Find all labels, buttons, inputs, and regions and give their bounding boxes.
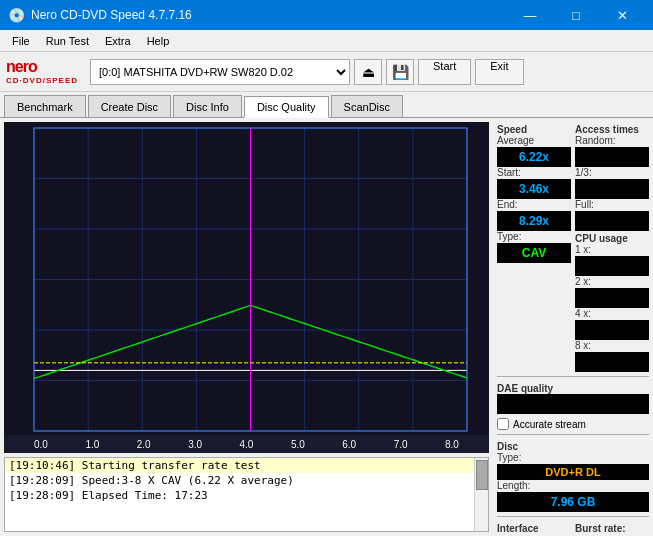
accurate-stream-checkbox[interactable] (497, 418, 509, 430)
cpu-4x-value (575, 320, 649, 340)
x-label-2: 2.0 (137, 439, 151, 450)
x-label-5: 5.0 (291, 439, 305, 450)
chart-canvas-container: 20 X 16 X 12 X 8 X 4 X 28 24 20 16 12 8 … (4, 122, 489, 435)
maximize-button[interactable]: □ (553, 0, 599, 30)
burst-rate-block: Burst rate: (575, 521, 649, 534)
right-panel: Speed Average 6.22x Start: 3.46x End: 8.… (493, 118, 653, 536)
x-axis: 0.0 1.0 2.0 3.0 4.0 5.0 6.0 7.0 8.0 (4, 435, 489, 453)
dae-quality-header: DAE quality (497, 383, 649, 394)
cpu-1x-label: 1 x: (575, 244, 591, 255)
main-content: 20 X 16 X 12 X 8 X 4 X 28 24 20 16 12 8 … (0, 118, 653, 536)
disc-section: Disc Type: DVD+R DL Length: 7.96 GB (497, 439, 649, 512)
x-label-3: 3.0 (188, 439, 202, 450)
eject-icon-button[interactable]: ⏏ (354, 59, 382, 85)
x-label-8: 8.0 (445, 439, 459, 450)
interface-section: Interface Burst rate: (497, 521, 649, 534)
interface-block: Interface (497, 521, 571, 534)
cpu-2x-label: 2 x: (575, 276, 649, 287)
menu-run-test[interactable]: Run Test (38, 33, 97, 49)
nero-logo: nero CD·DVD/SPEED (6, 58, 78, 85)
divider-1 (497, 376, 649, 377)
menu-bar: File Run Test Extra Help (0, 30, 653, 52)
log-line-1: [19:28:09] Speed:3-8 X CAV (6.22 X avera… (5, 473, 488, 488)
tab-disc-quality[interactable]: Disc Quality (244, 96, 329, 118)
disc-length-value: 7.96 GB (497, 492, 649, 512)
accurate-stream-row: Accurate stream (497, 418, 649, 430)
speed-average-label: Average (497, 135, 571, 146)
full-label: Full: (575, 199, 649, 210)
log-scrollbar[interactable] (474, 458, 488, 531)
minimize-button[interactable]: — (507, 0, 553, 30)
log-scrollbar-thumb[interactable] (476, 460, 488, 490)
disc-type-value: DVD+R DL (497, 464, 649, 480)
cpu-1x-value (575, 256, 649, 276)
x-label-1: 1.0 (85, 439, 99, 450)
log-panel: [19:10:46] Starting transfer rate test [… (4, 457, 489, 532)
cpu-1x-row: 1 x: (575, 244, 649, 256)
x-label-6: 6.0 (342, 439, 356, 450)
disc-header: Disc (497, 441, 649, 452)
x-label-7: 7.0 (394, 439, 408, 450)
x-label-0: 0.0 (34, 439, 48, 450)
cpu-header: CPU usage (575, 233, 649, 244)
menu-help[interactable]: Help (139, 33, 178, 49)
chart-area: 20 X 16 X 12 X 8 X 4 X 28 24 20 16 12 8 … (4, 122, 489, 453)
dae-quality-value (497, 394, 649, 414)
dae-quality-block: DAE quality (497, 381, 649, 414)
speed-block: Speed Average 6.22x Start: 3.46x End: 8.… (497, 122, 571, 372)
nero-logo-text: nero (6, 58, 78, 76)
cpu-8x-label: 8 x: (575, 340, 649, 351)
app-title: Nero CD-DVD Speed 4.7.7.16 (31, 8, 507, 22)
disc-type-label: Type: (497, 452, 649, 463)
one-third-label: 1/3: (575, 167, 649, 178)
log-line-2: [19:28:09] Elapsed Time: 17:23 (5, 488, 488, 503)
cpu-4x-label: 4 x: (575, 308, 649, 319)
disc-length-label: Length: (497, 480, 649, 491)
drive-select[interactable]: [0:0] MATSHITA DVD+RW SW820 D.02 (90, 59, 350, 85)
x-label-4: 4.0 (240, 439, 254, 450)
access-times-header: Access times (575, 124, 649, 135)
speed-start-value: 3.46x (497, 179, 571, 199)
interface-header: Interface (497, 523, 571, 534)
burst-rate-label: Burst rate: (575, 523, 649, 534)
tab-disc-info[interactable]: Disc Info (173, 95, 242, 117)
start-button[interactable]: Start (418, 59, 471, 85)
cpu-2x-value (575, 288, 649, 308)
close-button[interactable]: ✕ (599, 0, 645, 30)
speed-type-label: Type: (497, 231, 571, 242)
speed-average-value: 6.22x (497, 147, 571, 167)
speed-end-label: End: (497, 199, 571, 210)
title-bar: 💿 Nero CD-DVD Speed 4.7.7.16 — □ ✕ (0, 0, 653, 30)
speed-header: Speed (497, 124, 571, 135)
tab-create-disc[interactable]: Create Disc (88, 95, 171, 117)
benchmark-chart (4, 122, 489, 435)
access-times-block: Access times Random: 1/3: Full: CPU usag… (575, 122, 649, 372)
random-value (575, 147, 649, 167)
tab-benchmark[interactable]: Benchmark (4, 95, 86, 117)
cpu-8x-value (575, 352, 649, 372)
accurate-stream-label: Accurate stream (513, 419, 586, 430)
full-value (575, 211, 649, 231)
tabs: Benchmark Create Disc Disc Info Disc Qua… (0, 92, 653, 118)
speed-type-value: CAV (497, 243, 571, 263)
menu-file[interactable]: File (4, 33, 38, 49)
speed-start-label: Start: (497, 167, 571, 178)
tab-scan-disc[interactable]: ScanDisc (331, 95, 403, 117)
speed-end-value: 8.29x (497, 211, 571, 231)
one-third-value (575, 179, 649, 199)
speed-access-section: Speed Average 6.22x Start: 3.46x End: 8.… (497, 122, 649, 372)
toolbar: nero CD·DVD/SPEED [0:0] MATSHITA DVD+RW … (0, 52, 653, 92)
log-line-0: [19:10:46] Starting transfer rate test (5, 458, 488, 473)
nero-logo-subtitle: CD·DVD/SPEED (6, 76, 78, 85)
save-icon-button[interactable]: 💾 (386, 59, 414, 85)
random-label: Random: (575, 135, 649, 146)
divider-2 (497, 434, 649, 435)
divider-3 (497, 516, 649, 517)
menu-extra[interactable]: Extra (97, 33, 139, 49)
exit-button[interactable]: Exit (475, 59, 523, 85)
